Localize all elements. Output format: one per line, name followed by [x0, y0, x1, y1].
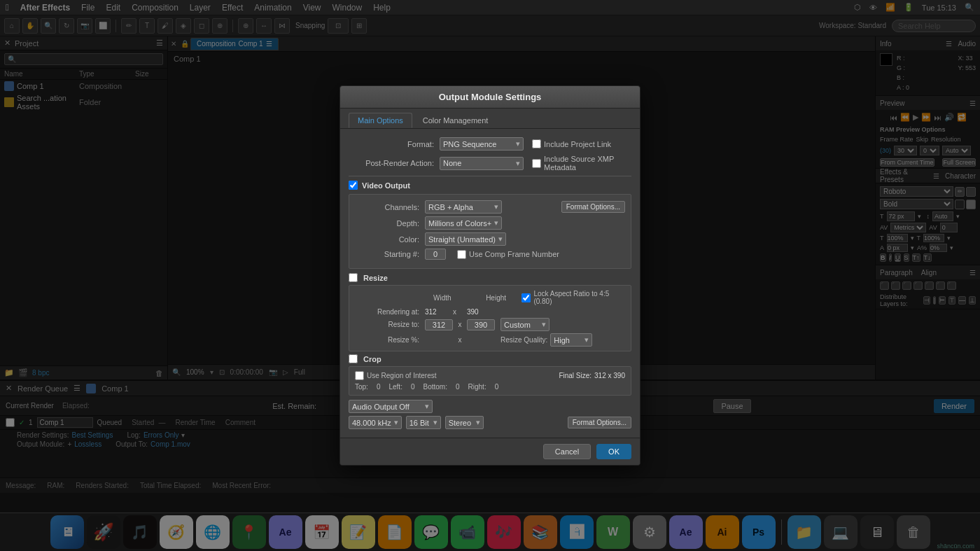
starting-input[interactable]: [425, 249, 446, 260]
audio-bit-select[interactable]: 16 Bit ▾: [406, 416, 441, 429]
use-roi-cb[interactable]: [355, 371, 364, 380]
channels-label: Channels:: [355, 203, 425, 211]
audio-khz-val: 48.000 kHz: [352, 419, 391, 427]
audio-output-arrow: ▾: [425, 402, 429, 411]
format-options-btn[interactable]: Format Options...: [561, 201, 625, 213]
color-row: Color: Straight (Unmatted) ▾: [355, 232, 625, 246]
use-comp-frame-cb[interactable]: [457, 250, 466, 259]
crop-values-row: Top: 0 Left: 0 Bottom: 0 Right: 0: [355, 383, 625, 391]
resize-pct-row: Resize %: x Resize Quality: High ▾: [355, 333, 625, 347]
left-label: Left:: [388, 383, 402, 391]
video-output-cb[interactable]: [349, 181, 358, 190]
lock-aspect-cb[interactable]: [522, 293, 531, 302]
format-label: Format:: [349, 140, 440, 148]
width-header: Width: [422, 294, 463, 302]
divider-1: [349, 176, 631, 176]
audio-bit-arrow: ▾: [433, 418, 438, 427]
depth-arrow: ▾: [494, 218, 498, 228]
rendering-at-row: Rendering at: 312 x 390: [355, 308, 625, 316]
use-roi-label: Use Region of Interest: [355, 371, 437, 380]
crop-cb[interactable]: [349, 354, 358, 363]
use-comp-frame-label: Use Comp Frame Number: [457, 250, 559, 259]
resize-preset-select[interactable]: Custom ▾: [500, 318, 550, 331]
resize-pct-label: Resize %:: [355, 336, 425, 344]
video-output-label: Video Output: [362, 181, 410, 190]
post-render-arrow: ▾: [516, 159, 520, 168]
dialog-title: Output Module Settings: [340, 86, 640, 109]
post-render-row: Post-Render Action: None ▾ Include Sourc…: [349, 155, 631, 172]
crop-roi-row: Use Region of Interest Final Size: 312 x…: [355, 371, 625, 380]
depth-label: Depth:: [355, 219, 425, 228]
crop-header: Crop: [349, 354, 631, 363]
resize-quality-val: High: [554, 336, 570, 344]
resize-preset-arrow: ▾: [542, 320, 546, 329]
resize-to-label: Resize to:: [355, 321, 425, 328]
tab-color-management[interactable]: Color Management: [414, 113, 498, 128]
bottom-label: Bottom:: [424, 383, 447, 391]
audio-output-select[interactable]: Audio Output Off ▾: [349, 400, 433, 413]
format-val: PNG Sequence: [443, 140, 496, 148]
right-label: Right:: [468, 383, 486, 391]
include-xmp-cb[interactable]: [532, 159, 541, 168]
lock-aspect-label: Lock Aspect Ratio to 4:5 (0.80): [522, 290, 625, 305]
color-arrow: ▾: [498, 235, 503, 244]
resize-header-row: Width Height Lock Aspect Ratio to 4:5 (0…: [355, 290, 625, 305]
dialog-footer: Cancel OK: [340, 438, 640, 465]
depth-select[interactable]: Millions of Colors+ ▾: [425, 216, 502, 230]
rendering-x: x: [453, 308, 467, 316]
depth-val: Millions of Colors+: [428, 219, 491, 228]
ok-button[interactable]: OK: [596, 444, 631, 459]
output-module-dialog: Output Module Settings Main Options Colo…: [340, 85, 640, 466]
tab-main-options[interactable]: Main Options: [349, 113, 412, 128]
format-select[interactable]: PNG Sequence ▾: [440, 137, 524, 151]
starting-label: Starting #:: [355, 250, 425, 258]
dialog-tabs: Main Options Color Management: [340, 109, 640, 129]
color-select[interactable]: Straight (Unmatted) ▾: [425, 232, 506, 246]
resize-to-x: x: [453, 321, 467, 328]
crop-label: Crop: [363, 355, 382, 363]
dialog-overlay: Output Module Settings Main Options Colo…: [0, 0, 980, 551]
include-project-link-label: Include Project Link: [532, 139, 611, 148]
post-render-control: None ▾ Include Source XMP Metadata: [440, 155, 631, 172]
final-size-label: Final Size:: [559, 372, 592, 379]
resize-quality-select[interactable]: High ▾: [550, 333, 592, 347]
post-render-select[interactable]: None ▾: [440, 157, 524, 170]
format-arrow: ▾: [516, 139, 520, 148]
channels-val: RGB + Alpha: [428, 203, 473, 211]
resize-quality-label: Resize Quality:: [500, 336, 547, 344]
channels-row: Channels: RGB + Alpha ▾ Format Options..…: [355, 200, 625, 214]
resize-section: Resize Width Height Lock Aspect Ratio to…: [349, 273, 631, 351]
resize-to-w-input[interactable]: [425, 319, 453, 330]
resize-header: Resize: [349, 273, 631, 282]
top-label: Top:: [355, 383, 368, 391]
crop-sub: Use Region of Interest Final Size: 312 x…: [349, 366, 631, 396]
video-output-sub: Channels: RGB + Alpha ▾ Format Options..…: [349, 194, 631, 269]
audio-khz-select[interactable]: 48.000 kHz ▾: [349, 416, 402, 429]
cancel-button[interactable]: Cancel: [543, 444, 591, 459]
channels-select[interactable]: RGB + Alpha ▾: [425, 200, 502, 214]
resize-quality-arrow: ▾: [584, 335, 589, 344]
rendering-at-label: Rendering at:: [355, 308, 425, 316]
include-project-link-cb[interactable]: [532, 139, 541, 148]
audio-channel-select[interactable]: Stereo ▾: [445, 416, 484, 429]
resize-preset-val: Custom: [504, 321, 531, 329]
audio-format-options-btn[interactable]: Format Options...: [568, 417, 631, 428]
audio-output-val: Audio Output Off: [352, 403, 410, 411]
audio-output-row: Audio Output Off ▾: [349, 400, 631, 413]
right-val: 0: [495, 383, 499, 391]
audio-settings-row: 48.000 kHz ▾ 16 Bit ▾ Stereo ▾ Format Op…: [349, 416, 631, 429]
final-size-val: 312 x 390: [594, 372, 625, 379]
resize-cb[interactable]: [349, 273, 358, 282]
dialog-body: Format: PNG Sequence ▾ Include Project L…: [340, 129, 640, 438]
resize-label: Resize: [363, 274, 388, 282]
resize-to-h-input[interactable]: [467, 319, 495, 330]
audio-khz-arrow: ▾: [394, 418, 398, 427]
resize-pct-x: x: [453, 336, 467, 344]
format-row: Format: PNG Sequence ▾ Include Project L…: [349, 137, 631, 151]
post-render-label: Post-Render Action:: [349, 159, 440, 167]
include-xmp-label: Include Source XMP Metadata: [532, 155, 631, 172]
audio-channel-arrow: ▾: [476, 418, 480, 427]
rendering-h: 390: [467, 308, 495, 316]
rendering-w: 312: [425, 308, 453, 316]
color-label: Color:: [355, 235, 425, 244]
